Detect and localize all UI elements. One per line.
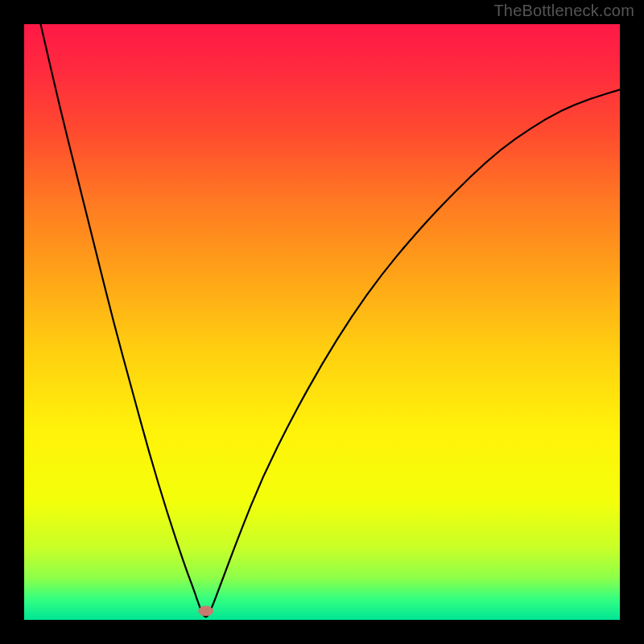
bottleneck-chart	[24, 24, 620, 620]
optimum-marker	[199, 606, 213, 616]
watermark-text: TheBottleneck.com	[493, 2, 634, 20]
plot-area	[24, 24, 620, 620]
chart-frame: TheBottleneck.com	[0, 0, 644, 644]
